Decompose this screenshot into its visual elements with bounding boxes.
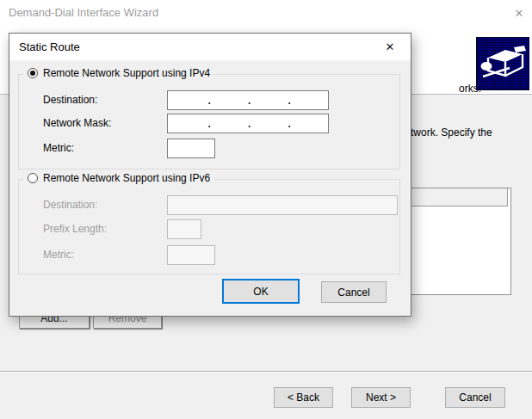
demand-dial-wizard-window: Demand-Dial Interface Wizard ✕ orks. two… — [0, 0, 532, 419]
ipv6-destination-label: Destination: — [43, 199, 97, 211]
ip-dot: . — [208, 95, 211, 107]
destination-ip-input[interactable]: . . . — [167, 90, 329, 110]
dialog-cancel-button[interactable]: Cancel — [321, 281, 387, 303]
ipv6-metric-label: Metric: — [43, 249, 74, 261]
metric-input[interactable] — [167, 139, 215, 158]
ip-dot: . — [248, 95, 251, 107]
wizard-body-text-fragment: twork. Specify the — [411, 126, 492, 139]
ipv6-group: Remote Network Support using IPv6 Destin… — [18, 179, 400, 274]
dialog-title: Static Route — [19, 34, 80, 60]
ipv4-radio-button[interactable] — [28, 68, 38, 78]
metric-label: Metric: — [43, 142, 74, 154]
footer-separator — [0, 371, 532, 373]
ipv4-radio-label: Remote Network Support using IPv4 — [43, 67, 210, 79]
dialog-close-icon[interactable]: ✕ — [372, 34, 408, 60]
ipv4-radio-row[interactable]: Remote Network Support using IPv4 — [23, 67, 214, 79]
prefix-length-input — [167, 219, 201, 239]
ok-button[interactable]: OK — [222, 279, 300, 304]
window-close-icon[interactable]: ✕ — [506, 0, 532, 26]
destination-label: Destination: — [43, 94, 97, 106]
back-button[interactable]: < Back — [274, 387, 333, 408]
dialog-titlebar: Static Route — [9, 34, 411, 60]
prefix-length-label: Prefix Length: — [43, 223, 107, 235]
ipv6-metric-input — [167, 245, 215, 265]
wizard-cancel-button[interactable]: Cancel — [445, 387, 505, 408]
static-route-dialog: Static Route ✕ Remote Network Support us… — [9, 33, 411, 317]
ipv4-group: Remote Network Support using IPv4 Destin… — [18, 74, 400, 169]
network-device-icon — [476, 37, 529, 90]
ipv6-radio-row[interactable]: Remote Network Support using IPv6 — [23, 172, 214, 184]
ip-dot: . — [288, 118, 291, 130]
next-button[interactable]: Next > — [351, 387, 411, 408]
ipv6-destination-input — [167, 195, 398, 215]
ip-dot: . — [288, 95, 291, 107]
ip-dot: . — [248, 118, 251, 130]
network-mask-label: Network Mask: — [43, 117, 111, 129]
window-titlebar: Demand-Dial Interface Wizard — [0, 0, 532, 26]
ipv6-radio-label: Remote Network Support using IPv6 — [43, 172, 210, 184]
network-mask-ip-input[interactable]: . . . — [167, 114, 329, 133]
window-title: Demand-Dial Interface Wizard — [9, 0, 158, 26]
ipv6-radio-button[interactable] — [28, 173, 38, 183]
ip-dot: . — [208, 118, 211, 130]
